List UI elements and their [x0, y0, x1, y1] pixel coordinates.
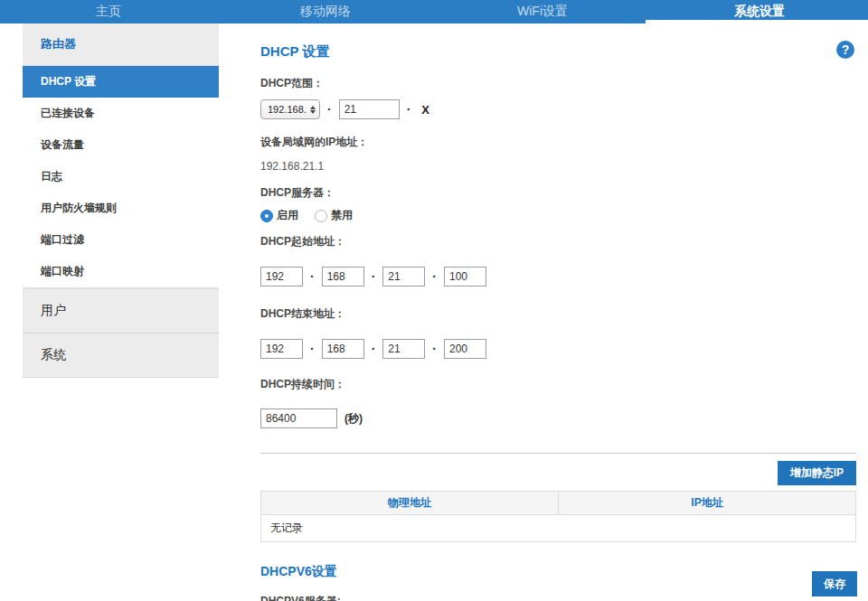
- dhcp-lease-input[interactable]: [260, 408, 337, 428]
- help-icon[interactable]: ?: [836, 41, 854, 59]
- page-title: DHCP 设置: [260, 43, 856, 61]
- dhcp-lease-label: DHCP持续时间：: [260, 377, 856, 392]
- dhcp-end-octet3-input[interactable]: [382, 339, 425, 359]
- dhcp-start-label: DHCP起始地址：: [260, 234, 856, 249]
- dhcp-start-octet4-input[interactable]: [444, 267, 486, 286]
- lease-unit-label: (秒): [344, 411, 363, 427]
- dhcp-start-octet1-input[interactable]: [260, 267, 303, 286]
- dhcp-end-octet2-input[interactable]: [322, 339, 364, 359]
- save-button[interactable]: 保存: [812, 571, 857, 596]
- octet-separator: ·: [372, 269, 376, 284]
- dhcp-server-label: DHCP服务器：: [260, 185, 856, 201]
- sidebar-group-user[interactable]: 用户: [23, 289, 219, 333]
- lan-ip-value: 192.168.21.1: [260, 160, 856, 173]
- sidebar-item-device-traffic[interactable]: 设备流量: [23, 129, 219, 161]
- dhcp-range-octet3-input[interactable]: [339, 99, 400, 119]
- select-stepper-icon: [310, 106, 316, 114]
- table-row: 无记录: [261, 515, 856, 542]
- table-header-mac: 物理地址: [261, 492, 559, 515]
- radio-enable[interactable]: [260, 210, 273, 222]
- radio-disable[interactable]: [315, 210, 327, 222]
- dhcp-server-radio-group: 启用 禁用: [260, 208, 856, 223]
- sidebar-item-firewall-rules[interactable]: 用户防火墙规则: [23, 193, 219, 224]
- dhcp-start-octet3-input[interactable]: [382, 267, 425, 286]
- dhcp-start-row: · · ·: [260, 267, 856, 286]
- radio-disable-label[interactable]: 禁用: [331, 208, 353, 223]
- octet-separator: ·: [432, 269, 437, 284]
- static-ip-table: 物理地址 IP地址 无记录: [260, 491, 856, 542]
- dhcp-lease-row: (秒): [260, 408, 856, 428]
- sidebar-item-logs[interactable]: 日志: [23, 161, 219, 193]
- sidebar-group-router[interactable]: 路由器: [23, 23, 219, 66]
- octet-separator: ·: [310, 269, 315, 284]
- add-static-ip-button[interactable]: 增加静态IP: [778, 461, 856, 485]
- table-header-ip: IP地址: [559, 492, 856, 515]
- dhcp-end-octet1-input[interactable]: [260, 339, 303, 359]
- octet-separator: ·: [432, 342, 437, 356]
- octet-separator: ·: [407, 102, 411, 117]
- sidebar-item-connected-devices[interactable]: 已连接设备: [23, 98, 219, 129]
- dhcp-range-label: DHCP范围：: [260, 76, 856, 91]
- octet-separator: ·: [372, 342, 376, 356]
- tab-wifi-settings[interactable]: WiFi设置: [434, 0, 651, 23]
- dhcp-range-prefix-select[interactable]: 192.168.: [260, 99, 320, 119]
- dhcp-range-prefix-value: 192.168.: [268, 104, 310, 115]
- tab-system-settings[interactable]: 系统设置: [651, 0, 868, 23]
- sidebar: 路由器 DHCP 设置 已连接设备 设备流量 日志 用户防火墙规则 端口过滤 端…: [23, 23, 219, 378]
- radio-enable-label[interactable]: 启用: [277, 208, 298, 223]
- dhcp-end-label: DHCP结束地址：: [260, 306, 856, 322]
- clear-range-button[interactable]: X: [421, 103, 429, 117]
- table-empty-cell: 无记录: [261, 515, 856, 542]
- sidebar-group-system[interactable]: 系统: [23, 333, 219, 378]
- lan-ip-label: 设备局域网的IP地址：: [260, 135, 856, 150]
- tab-mobile-network[interactable]: 移动网络: [217, 0, 434, 23]
- section-divider: [260, 453, 856, 454]
- sidebar-item-port-mapping[interactable]: 端口映射: [23, 256, 219, 287]
- dhcp-range-row: 192.168. · · X: [260, 99, 856, 119]
- dhcpv6-section-title: DHCPV6设置: [260, 564, 856, 580]
- octet-separator: ·: [310, 342, 315, 356]
- dhcp-start-octet2-input[interactable]: [322, 267, 364, 286]
- dhcpv6-server-label: DHCPV6服务器:: [260, 594, 856, 601]
- sidebar-item-port-filter[interactable]: 端口过滤: [23, 224, 219, 256]
- sidebar-item-dhcp-settings[interactable]: DHCP 设置: [23, 66, 219, 98]
- tab-home[interactable]: 主页: [0, 0, 217, 23]
- dhcp-end-row: · · ·: [260, 339, 856, 359]
- main-content: ? DHCP 设置 DHCP范围： 192.168. · · X 设备局域网的I…: [260, 23, 856, 601]
- sidebar-router-items: DHCP 设置 已连接设备 设备流量 日志 用户防火墙规则 端口过滤 端口映射: [23, 66, 219, 289]
- top-navbar: 主页 移动网络 WiFi设置 系统设置: [0, 0, 868, 23]
- octet-separator: ·: [327, 102, 332, 117]
- dhcp-end-octet4-input[interactable]: [444, 339, 486, 359]
